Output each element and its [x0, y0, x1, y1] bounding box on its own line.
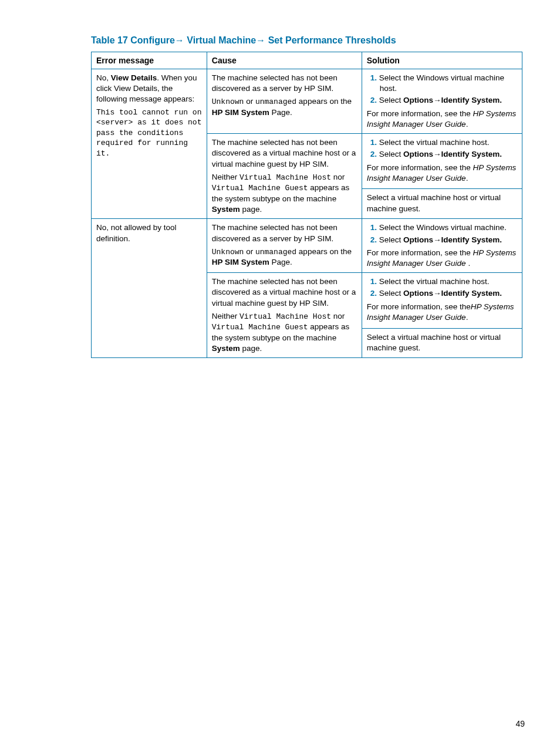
list-item: 2. Select Options→Identify System.: [367, 95, 517, 106]
list-item: 2. Select Options→Identify System.: [367, 288, 517, 299]
cell-cause-1b: The machine selected has not been discov…: [207, 134, 362, 219]
title-text-3: Set Performance Thresholds: [265, 35, 396, 45]
list-item: 2. Select Options→Identify System.: [367, 149, 517, 160]
cell-solution-1c: Select a virtual machine host or virtual…: [362, 189, 522, 219]
text: Select: [379, 235, 403, 244]
text-bold: Identify System.: [441, 235, 502, 244]
text: For more information, see the: [367, 163, 473, 172]
text-line: For more information, see theHP Systems …: [367, 302, 517, 323]
list-number: 2.: [370, 289, 377, 298]
arrow-icon: →: [433, 289, 441, 298]
header-error: Error message: [92, 52, 207, 69]
text: appears on the: [296, 247, 352, 256]
list-item: 1. Select the Windows virtual machine ho…: [367, 73, 517, 94]
list-number: 1.: [370, 138, 377, 147]
list-number: 2.: [370, 96, 377, 104]
text: .: [466, 174, 468, 183]
page-number: 49: [515, 719, 525, 728]
text: The machine selected has not been discov…: [212, 137, 357, 170]
text-bold: Identify System.: [441, 150, 502, 158]
title-text-1: Table 17 Configure: [91, 35, 175, 45]
code-text: This tool cannot run on <server> as it d…: [96, 107, 202, 159]
header-solution: Solution: [362, 52, 522, 69]
solution-list: 1. Select the virtual machine host. 2. S…: [367, 137, 517, 160]
text: .: [466, 313, 468, 322]
text-bold: Options: [403, 289, 433, 298]
text: Select: [379, 150, 403, 158]
cell-cause-2a: The machine selected has not been discov…: [207, 219, 362, 273]
text-bold: HP SIM System: [212, 258, 269, 266]
cell-cause-1a: The machine selected has not been discov…: [207, 69, 362, 134]
text: Page.: [269, 258, 292, 266]
text: No,: [96, 73, 111, 82]
text: nor: [331, 312, 345, 320]
text-line: Unknown or unmanaged appears on the HP S…: [212, 96, 357, 118]
text-bold: Options: [403, 150, 433, 158]
text: .: [466, 120, 468, 129]
solution-list: 1. Select the Windows virtual machine ho…: [367, 73, 517, 106]
text: Select the Windows virtual machine.: [379, 223, 507, 232]
text: page.: [240, 205, 262, 214]
arrow-icon: →: [433, 150, 441, 158]
title-text-2: Virtual Machine: [184, 35, 256, 45]
text: For more information, see the: [367, 302, 471, 311]
text-line: For more information, see the HP Systems…: [367, 109, 517, 130]
list-item: 1. Select the virtual machine host.: [367, 276, 517, 287]
text: For more information, see the: [367, 248, 473, 257]
text: Page.: [269, 108, 292, 117]
code-text: unmanaged: [255, 248, 296, 256]
cell-solution-2c: Select a virtual machine host or virtual…: [362, 328, 522, 358]
text: Neither: [212, 173, 239, 181]
cell-error-1: No, View Details. When you click View De…: [92, 69, 207, 219]
list-number: 2.: [370, 235, 377, 244]
text: .: [468, 259, 470, 268]
text: page.: [240, 344, 262, 353]
table-row: No, not allowed by tool definition. The …: [92, 219, 522, 273]
text: Select: [379, 289, 403, 298]
arrow-icon: →: [433, 96, 441, 104]
text-line: Unknown or unmanaged appears on the HP S…: [212, 247, 357, 268]
cell-solution-2a: 1. Select the Windows virtual machine. 2…: [362, 219, 522, 273]
text-bold: Identify System.: [441, 96, 502, 104]
code-text: Virtual Machine Guest: [212, 323, 308, 332]
list-number: 2.: [370, 150, 377, 158]
code-text: Virtual Machine Guest: [212, 184, 308, 193]
text: For more information, see the: [367, 109, 473, 118]
list-item: 2. Select Options→Identify System.: [367, 235, 517, 245]
text-line: Neither Virtual Machine Host nor Virtual…: [212, 311, 357, 355]
cell-cause-2b: The machine selected has not been discov…: [207, 273, 362, 358]
list-item: 1. Select the virtual machine host.: [367, 137, 517, 148]
cell-solution-1a: 1. Select the Windows virtual machine ho…: [362, 69, 522, 134]
text: Select the virtual machine host.: [379, 277, 490, 286]
cell-error-2: No, not allowed by tool definition.: [92, 219, 207, 358]
code-text: Unknown: [212, 97, 244, 106]
text-bold: System: [212, 344, 240, 353]
text-bold: Identify System.: [441, 289, 502, 298]
code-text: unmanaged: [255, 97, 296, 106]
table-header-row: Error message Cause Solution: [92, 52, 522, 69]
solution-list: 1. Select the virtual machine host. 2. S…: [367, 276, 517, 299]
table-row: No, View Details. When you click View De…: [92, 69, 522, 134]
text: The machine selected has not been discov…: [212, 276, 357, 309]
text-bold: View Details: [111, 73, 157, 82]
text: or: [244, 247, 255, 256]
cell-solution-2b: 1. Select the virtual machine host. 2. S…: [362, 273, 522, 328]
document-page: Table 17 Configure→ Virtual Machine→ Set…: [0, 0, 560, 358]
text: appears on the: [296, 97, 352, 106]
text-line: For more information, see the HP Systems…: [367, 163, 517, 184]
list-number: 1.: [370, 73, 377, 82]
text-line: Neither Virtual Machine Host nor Virtual…: [212, 172, 357, 215]
header-cause: Cause: [207, 52, 362, 69]
text: Select the virtual machine host.: [379, 138, 490, 147]
code-text: Virtual Machine Host: [239, 173, 331, 182]
text-bold: Options: [403, 96, 433, 104]
table-title: Table 17 Configure→ Virtual Machine→ Set…: [91, 35, 525, 46]
list-number: 1.: [370, 223, 377, 232]
arrow-icon: →: [256, 35, 265, 45]
list-item: 1. Select the Windows virtual machine.: [367, 222, 517, 233]
text: Select: [379, 96, 403, 104]
code-text: Virtual Machine Host: [239, 312, 331, 321]
text: Neither: [212, 312, 239, 320]
text-bold: HP SIM System: [212, 108, 269, 117]
code-text: Unknown: [212, 248, 244, 256]
